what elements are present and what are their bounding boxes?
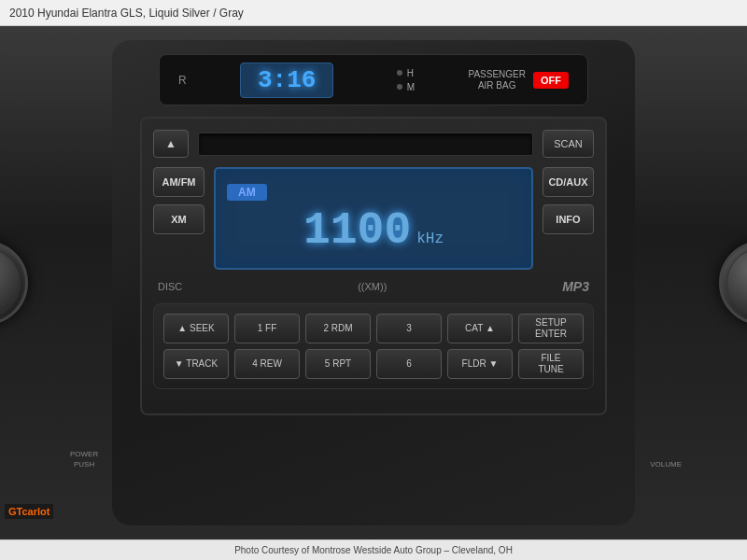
page-wrapper: 2010 Hyundai Elantra GLS, Liquid Silver … <box>0 0 747 560</box>
controls-grid: ▲ SEEK 1 FF 2 RDM 3 CAT ▲ SETUPENTER ▼ T… <box>153 303 594 389</box>
hm-indicators: H M <box>397 68 415 92</box>
seek-up-button[interactable]: ▲ SEEK <box>163 314 229 343</box>
title-text: 2010 Hyundai Elantra GLS, Liquid Silver … <box>9 7 244 20</box>
dashboard: POWER PUSH VOLUME R 3:16 H <box>112 40 635 525</box>
mp3-label: MP3 <box>562 279 589 294</box>
4rew-button[interactable]: 4 REW <box>234 349 300 379</box>
r-indicator: R <box>178 74 187 87</box>
clock-display: 3:16 <box>240 63 333 98</box>
top-display: R 3:16 H M PASSENGER <box>159 54 588 105</box>
footer-text: Photo Courtesy of Montrose Westside Auto… <box>234 545 513 555</box>
photo-area: POWER PUSH VOLUME R 3:16 H <box>0 26 747 539</box>
xm-button[interactable]: XM <box>153 204 204 234</box>
disc-icon-text: DISC <box>158 281 182 292</box>
3-button[interactable]: 3 <box>376 314 442 343</box>
1ff-button[interactable]: 1 FF <box>234 314 300 343</box>
airbag-section: PASSENGER AIR BAG OFF <box>468 69 569 91</box>
footer: Photo Courtesy of Montrose Westside Auto… <box>0 539 747 560</box>
scan-button[interactable]: SCAN <box>543 130 594 158</box>
radio-display: AM 1100 kHz <box>214 167 533 270</box>
power-knob-label: POWER PUSH <box>70 449 98 469</box>
eject-button[interactable]: ▲ <box>153 130 189 158</box>
airbag-label: PASSENGER AIR BAG <box>468 69 526 91</box>
gtcarlot-logo: GTcarlot <box>5 504 53 519</box>
cd-slot <box>198 133 533 156</box>
freq-display: 1100 kHz <box>303 208 444 253</box>
track-down-button[interactable]: ▼ TRACK <box>163 349 229 379</box>
title-bar: 2010 Hyundai Elantra GLS, Liquid Silver … <box>0 0 747 26</box>
amfm-button[interactable]: AM/FM <box>153 167 204 197</box>
file-tune-button[interactable]: FILETUNE <box>518 349 584 379</box>
volume-knob[interactable] <box>719 241 747 325</box>
cat-up-button[interactable]: CAT ▲ <box>447 314 513 343</box>
fldr-down-button[interactable]: FLDR ▼ <box>447 349 513 379</box>
5rpt-button[interactable]: 5 RPT <box>305 349 371 379</box>
2rdm-button[interactable]: 2 RDM <box>305 314 371 343</box>
icons-row: DISC ((XM)) MP3 <box>153 279 594 294</box>
setup-enter-button[interactable]: SETUPENTER <box>518 314 584 343</box>
xm-icon-text: ((XM)) <box>358 281 387 292</box>
6-button[interactable]: 6 <box>376 349 442 379</box>
cdaux-button[interactable]: CD/AUX <box>543 167 594 197</box>
volume-knob-label: VOLUME <box>650 459 682 469</box>
frequency-number: 1100 <box>303 208 411 253</box>
radio-middle: AM/FM XM AM 1100 kHz CD/AUX IN <box>153 167 594 270</box>
radio-unit: ▲ SCAN AM/FM XM AM 1100 <box>140 117 607 415</box>
power-knob[interactable] <box>0 241 28 325</box>
left-buttons: AM/FM XM <box>153 167 204 270</box>
am-badge: AM <box>227 184 267 201</box>
info-button[interactable]: INFO <box>543 204 594 234</box>
cd-slot-row: ▲ SCAN <box>153 130 594 158</box>
airbag-status: OFF <box>533 72 569 89</box>
frequency-unit: kHz <box>416 231 444 247</box>
right-buttons: CD/AUX INFO <box>543 167 594 270</box>
